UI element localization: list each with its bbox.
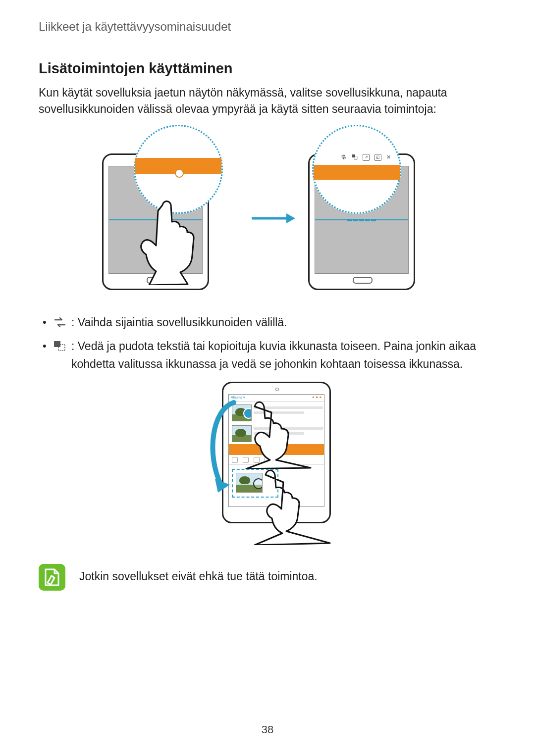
maximize-icon: ↗	[363, 154, 370, 161]
drag-path-arrow-icon	[205, 400, 240, 494]
popup-icon: ◱	[374, 154, 381, 161]
callout-circle-right: ↗ ◱ ✕	[312, 125, 401, 214]
manual-page: Liikkeet ja käytettävyysominaisuudet Lis…	[0, 0, 535, 756]
drag-content-icon	[352, 154, 358, 160]
callout-highlight-bar	[314, 165, 400, 180]
svg-marker-6	[215, 479, 230, 493]
svg-rect-2	[352, 154, 355, 157]
note-icon	[39, 564, 65, 591]
note-text: Jotkin sovellukset eivät ehkä tue tätä t…	[79, 564, 318, 583]
feature-list: : Vaihda sijaintia sovellusikkunoiden vä…	[39, 314, 496, 373]
list-item-text: : Vedä ja pudota tekstiä tai kopioituja …	[71, 340, 476, 370]
drag-content-icon	[54, 339, 66, 350]
svg-rect-4	[54, 341, 60, 347]
list-item-swap: : Vaihda sijaintia sovellusikkunoiden vä…	[43, 314, 496, 332]
arrow-right-icon	[252, 212, 296, 225]
swap-icon	[54, 315, 66, 326]
home-button	[353, 277, 373, 284]
split-handle-bar	[347, 219, 376, 221]
hand-drop-icon	[252, 461, 346, 545]
page-number: 38	[0, 723, 535, 736]
svg-marker-1	[286, 213, 295, 223]
split-handle-dot	[175, 169, 184, 178]
device-camera	[275, 388, 279, 391]
hand-tap-icon	[136, 196, 205, 285]
swap-icon	[341, 154, 347, 160]
figure-drag-drop: Albums ▾ ■ ■ ■	[39, 382, 496, 550]
split-options-bar: ↗ ◱ ✕	[341, 154, 391, 161]
hand-press-icon	[240, 395, 324, 469]
list-item-drag: : Vedä ja pudota tekstiä tai kopioituja …	[43, 338, 496, 373]
running-header: Liikkeet ja käytettävyysominaisuudet	[39, 20, 496, 34]
list-item-text: : Vaihda sijaintia sovellusikkunoiden vä…	[71, 316, 287, 329]
section-heading: Lisätoimintojen käyttäminen	[39, 60, 496, 77]
header-rule	[26, 0, 26, 35]
note: Jotkin sovellukset eivät ehkä tue tätä t…	[39, 564, 496, 591]
intro-paragraph: Kun käytät sovelluksia jaetun näytön näk…	[39, 85, 496, 117]
split-bottom-pane	[315, 220, 408, 273]
close-icon: ✕	[386, 154, 391, 161]
figure-split-options: ↗ ◱ ✕	[39, 129, 496, 302]
